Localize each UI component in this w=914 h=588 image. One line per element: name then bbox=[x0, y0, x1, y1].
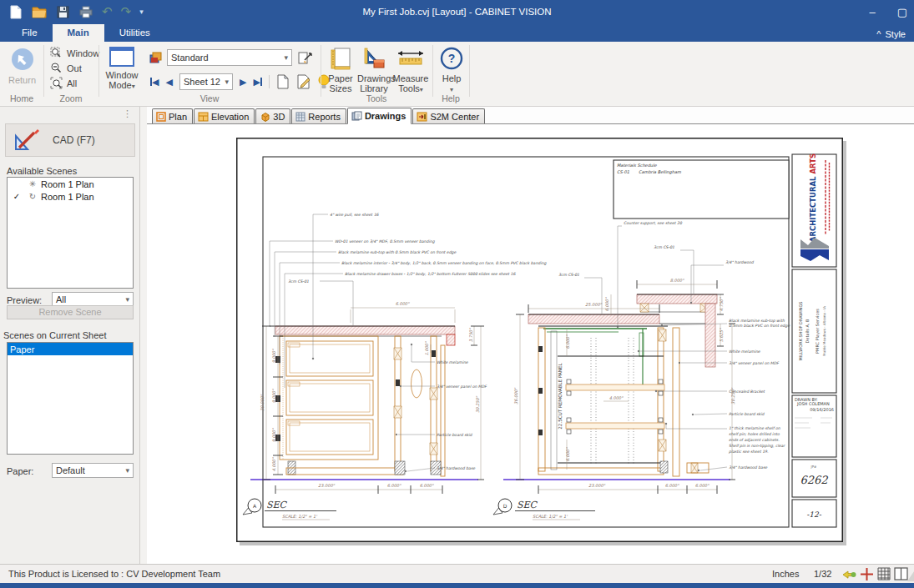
crosshair-toggle-icon[interactable] bbox=[860, 567, 874, 581]
license-text: This Product is Licensed to : CV Develop… bbox=[8, 569, 220, 579]
edit-sheet-icon[interactable] bbox=[296, 74, 311, 89]
measure-tools-button[interactable]: MeasureTools▾ bbox=[392, 47, 429, 95]
drawings-tab-icon bbox=[351, 111, 362, 121]
dim-label: 5.625" bbox=[719, 328, 724, 342]
zoom-out-button[interactable]: Out bbox=[50, 62, 82, 74]
tab-main[interactable]: Main bbox=[53, 24, 104, 42]
first-sheet-button[interactable]: ◀ bbox=[150, 77, 159, 88]
group-label-home: Home bbox=[0, 93, 43, 103]
new-sheet-icon[interactable] bbox=[276, 74, 290, 89]
callout: plastic see sheet 19. bbox=[729, 450, 769, 454]
tab-3d[interactable]: 3D bbox=[255, 108, 290, 123]
last-sheet-button[interactable]: ▶ bbox=[253, 77, 261, 88]
snap-toggle-icon[interactable] bbox=[841, 567, 856, 580]
available-scenes-list[interactable]: ✳ Room 1 Plan ✓ ↻ Room 1 Plan bbox=[7, 177, 134, 289]
zoom-window-button[interactable]: Window bbox=[50, 47, 99, 59]
paper-combo[interactable]: Default▾ bbox=[52, 463, 134, 478]
callout: White melamine bbox=[437, 360, 469, 364]
list-item-paper[interactable]: Paper bbox=[8, 343, 133, 355]
plan-scene-icon: ✳ bbox=[26, 179, 39, 188]
cad-mode-button[interactable]: CAD (F7) bbox=[5, 123, 135, 157]
callout: Black melamine sub-top with 0.5mm black … bbox=[338, 250, 457, 254]
callout: shelf pin; holes drilled into bbox=[729, 432, 780, 436]
dim-label: 9.000" bbox=[271, 428, 276, 442]
return-icon bbox=[10, 47, 35, 72]
dropdown-icon: ▾ bbox=[125, 466, 129, 475]
project-subtitle: Details A, B bbox=[805, 319, 810, 344]
dim-label: 4.000" bbox=[609, 395, 624, 400]
tab-s2m-center[interactable]: S2M Center bbox=[412, 108, 485, 123]
dim-label: 6.000" bbox=[396, 301, 410, 306]
sheet-combo[interactable]: Sheet 12▾ bbox=[179, 73, 233, 90]
tab-file[interactable]: File bbox=[7, 24, 53, 42]
new-file-icon[interactable] bbox=[8, 4, 23, 19]
tab-plan[interactable]: Plan bbox=[152, 108, 193, 123]
remove-scene-button[interactable]: Remove Scene bbox=[7, 305, 134, 319]
help-button[interactable]: ? Help▾ bbox=[437, 47, 466, 95]
open-file-icon[interactable] bbox=[32, 4, 47, 19]
callout: 3/4" hardwood bbox=[725, 260, 755, 264]
qat-customize-icon[interactable]: ▾ bbox=[139, 8, 144, 16]
svg-text:SCALE: 1/2" = 1': SCALE: 1/2" = 1' bbox=[282, 514, 317, 519]
edit-layout-icon[interactable] bbox=[297, 49, 314, 66]
window-mode-button[interactable]: WindowMode▾ bbox=[104, 47, 140, 92]
tab-utilities[interactable]: Utilities bbox=[104, 24, 165, 42]
paper-label: Paper: bbox=[7, 466, 33, 476]
style-toggle[interactable]: ^ Style bbox=[876, 29, 906, 39]
job-label: JP# bbox=[810, 465, 818, 469]
list-item-scene[interactable]: ✓ ↻ Room 1 Plan bbox=[8, 190, 133, 203]
tab-elevation[interactable]: Elevation bbox=[194, 108, 255, 123]
zoom-all-icon bbox=[50, 77, 63, 89]
return-button[interactable]: Return bbox=[8, 47, 36, 85]
materials-name: Cambria Bellingham bbox=[639, 169, 682, 175]
tab-drawings[interactable]: Drawings bbox=[347, 108, 412, 124]
group-label-view: View bbox=[98, 93, 321, 103]
svg-text:SEC: SEC bbox=[517, 500, 538, 510]
quick-access-toolbar: ↶ ↷ ▾ bbox=[0, 4, 144, 19]
panel-options-icon[interactable]: ⋮ bbox=[123, 108, 133, 119]
dim-label: 6.000" bbox=[387, 483, 401, 488]
print-icon[interactable] bbox=[78, 4, 93, 19]
elevation-scene-icon: ↻ bbox=[26, 192, 39, 201]
callout: Particle board skid bbox=[437, 433, 472, 437]
dim-label: 6.000" bbox=[695, 483, 709, 488]
drawings-library-button[interactable]: DrawingsLibrary bbox=[357, 47, 391, 93]
undo-icon[interactable]: ↶ bbox=[102, 4, 113, 19]
reports-tab-icon bbox=[295, 112, 306, 122]
page-number: -12- bbox=[806, 510, 821, 519]
drawing-canvas[interactable]: Plan Elevation 3D Reports Drawings S2M C… bbox=[147, 107, 914, 564]
paper-sizes-button[interactable]: PaperSizes bbox=[326, 47, 356, 93]
save-icon[interactable] bbox=[55, 4, 70, 19]
grid-toggle-icon[interactable] bbox=[877, 567, 891, 580]
materials-schedule: Materials Schedule CS-01 Cambria Belling… bbox=[614, 160, 789, 219]
layout-sheet[interactable]: Materials Schedule CS-01 Cambria Belling… bbox=[236, 138, 843, 542]
dropdown-icon: ▾ bbox=[420, 86, 423, 93]
tab-reports[interactable]: Reports bbox=[291, 108, 346, 123]
callout: 3/4" hardwood base bbox=[437, 466, 476, 470]
zoom-all-button[interactable]: All bbox=[50, 77, 77, 89]
group-label-help: Help bbox=[432, 93, 469, 103]
callout: Shelf pin is non-tipping, clear bbox=[729, 444, 785, 448]
next-sheet-button[interactable]: ▶ bbox=[240, 77, 246, 88]
cad-sidebar: ⋮ CAD (F7) Available Scenes ✳ Room 1 Pla… bbox=[0, 107, 140, 564]
elevation-tab-icon bbox=[198, 112, 209, 122]
maximize-button[interactable]: ▢ bbox=[897, 6, 907, 18]
minimize-button[interactable]: – bbox=[869, 6, 875, 18]
status-bar: This Product is Licensed to : CV Develop… bbox=[0, 564, 914, 583]
drawing-style-icon[interactable] bbox=[149, 50, 164, 65]
sheet-scenes-list[interactable]: Paper bbox=[7, 342, 134, 455]
snap-increment[interactable]: 1/32 bbox=[814, 569, 831, 579]
dim-label: 6.000" bbox=[420, 483, 434, 488]
title-block: ARCHITECTURALARTS MILLWORK SHOP DRAWINGS… bbox=[792, 153, 836, 527]
dim-label: 4.750" bbox=[719, 297, 724, 311]
page-layout-toggle-icon[interactable] bbox=[894, 567, 908, 580]
svg-text:SCALE: 1/2" = 1': SCALE: 1/2" = 1' bbox=[533, 514, 568, 519]
units-indicator[interactable]: Inches bbox=[772, 569, 799, 579]
cabinet-vision-window: ↶ ↷ ▾ My First Job.cvj [Layout] - CABINE… bbox=[0, 0, 914, 588]
previous-sheet-button[interactable]: ◀ bbox=[165, 77, 172, 88]
drawing-style-combo[interactable]: Standard▾ bbox=[167, 49, 292, 66]
redo-icon[interactable]: ↷ bbox=[121, 4, 132, 19]
materials-title: Materials Schedule bbox=[617, 163, 657, 168]
list-item-scene[interactable]: ✳ Room 1 Plan bbox=[8, 178, 133, 190]
dim-label: 30.250" bbox=[730, 387, 735, 404]
